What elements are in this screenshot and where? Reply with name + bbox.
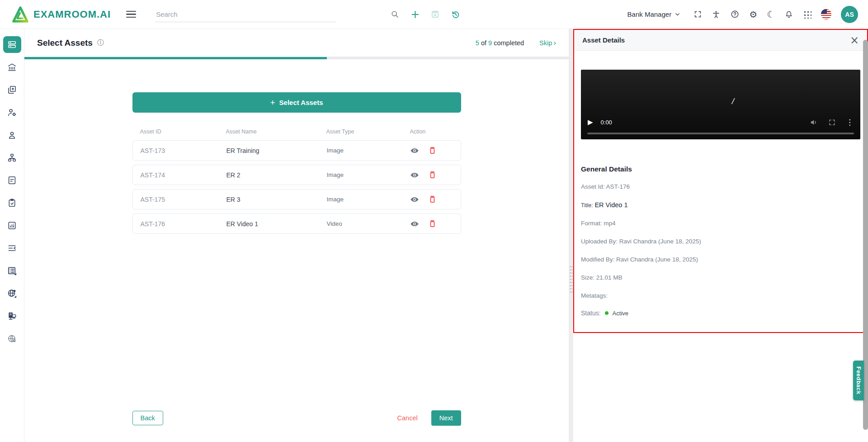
language-flag-us-icon[interactable]	[821, 9, 831, 19]
detail-title: Title: ER Video 1	[581, 200, 860, 210]
table-row: AST-175 ER 3 Image	[132, 189, 461, 209]
preview-eye-icon[interactable]	[410, 146, 420, 156]
asset-details-body: / ▶ 0:00 ⋮ General Details	[574, 51, 867, 326]
brand-name: EXAMROOM.AI	[33, 9, 111, 20]
brand-logo[interactable]: EXAMROOM.AI	[12, 6, 111, 23]
video-fullscreen-icon[interactable]	[828, 119, 836, 126]
video-frame-glyph: /	[732, 96, 734, 106]
settings-gear-icon[interactable]: ⚙	[749, 9, 757, 20]
wizard-footer: Back Cancel Next	[132, 410, 461, 442]
feedback-tab[interactable]: Feedback	[853, 361, 864, 400]
skip-button[interactable]: Skip›	[539, 39, 556, 47]
asset-type: Image	[327, 196, 410, 203]
delete-trash-icon[interactable]	[428, 146, 437, 155]
chevron-down-icon	[675, 11, 680, 17]
search-icon[interactable]	[390, 10, 400, 19]
asset-name: ER 2	[226, 171, 327, 179]
sidebar-item-list-collapse[interactable]	[3, 240, 21, 257]
col-asset-type: Asset Type	[326, 128, 410, 135]
search-input[interactable]	[155, 7, 336, 22]
dark-mode-moon-icon[interactable]: ☾	[767, 9, 775, 20]
sidebar-item-user[interactable]	[3, 127, 21, 143]
content-area: + Select Assets Asset ID Asset Name Asse…	[24, 59, 569, 442]
navbar-right: Bank Manager ⚙ ☾ AS	[627, 6, 858, 23]
content-rows-icon	[7, 39, 17, 50]
table-header: Asset ID Asset Name Asset Type Action	[132, 128, 461, 135]
asset-id: AST-174	[141, 171, 226, 179]
global-search	[155, 7, 336, 22]
top-navbar: EXAMROOM.AI + Bank Manager	[0, 0, 868, 29]
chevron-right-icon: ›	[553, 39, 556, 47]
bank-institution-icon	[7, 62, 17, 72]
preview-eye-icon[interactable]	[410, 170, 420, 180]
volume-icon[interactable]	[810, 118, 818, 127]
plus-icon: +	[270, 98, 275, 108]
sidebar-item-server-network[interactable]	[3, 308, 21, 324]
asset-type: Image	[327, 171, 410, 178]
left-sidebar	[0, 29, 24, 442]
save-icon[interactable]	[430, 10, 440, 19]
accessibility-icon[interactable]	[712, 10, 721, 19]
copy-add-icon	[7, 85, 17, 95]
detail-size: Size: 21.01 MB	[581, 273, 860, 282]
notifications-bell-icon[interactable]	[784, 10, 793, 19]
sidebar-item-list-export[interactable]	[3, 262, 21, 279]
list-collapse-icon	[7, 243, 17, 253]
user-settings-icon	[7, 107, 17, 118]
info-icon[interactable]: ⓘ	[97, 38, 104, 47]
back-button[interactable]: Back	[132, 411, 163, 425]
clipboard-check-icon	[7, 198, 17, 208]
asset-name: ER 3	[226, 196, 327, 203]
detail-uploaded-by: Uploaded By: Ravi Chandra (June 18, 2025…	[581, 237, 860, 246]
panel-resize-gutter	[569, 29, 573, 442]
video-seek-bar[interactable]	[587, 133, 854, 134]
sidebar-item-globe-settings[interactable]	[3, 330, 21, 347]
sidebar-item-hierarchy[interactable]	[3, 149, 21, 166]
avatar[interactable]: AS	[841, 6, 858, 23]
delete-trash-icon[interactable]	[428, 195, 437, 204]
sidebar-item-content-rows[interactable]	[3, 36, 21, 53]
video-menu-kebab-icon[interactable]: ⋮	[846, 118, 854, 127]
delete-trash-icon[interactable]	[428, 170, 437, 180]
hierarchy-icon	[7, 152, 17, 163]
page-title: Select Assets	[37, 38, 93, 48]
sidebar-item-copy-add[interactable]	[3, 81, 21, 98]
preview-eye-icon[interactable]	[410, 195, 420, 204]
sidebar-item-chart-report[interactable]	[3, 217, 21, 234]
table-row: AST-173 ER Training Image	[132, 140, 461, 161]
preview-eye-icon[interactable]	[410, 219, 420, 229]
col-action: Action	[410, 128, 453, 135]
history-icon[interactable]	[451, 10, 461, 19]
fullscreen-icon[interactable]	[693, 10, 702, 19]
page-header: Select Assets ⓘ 5 of 9 completed Skip›	[24, 29, 569, 57]
video-time: 0:00	[601, 119, 612, 126]
help-icon[interactable]	[730, 10, 740, 19]
sidebar-item-clipboard-check[interactable]	[3, 195, 21, 211]
status-active-dot	[605, 311, 609, 315]
select-assets-button[interactable]: + Select Assets	[132, 92, 461, 113]
detail-metatags: Metatags:	[581, 291, 860, 300]
video-player[interactable]: / ▶ 0:00 ⋮	[581, 70, 860, 139]
detail-format: Format: mp4	[581, 219, 860, 228]
app-root: EXAMROOM.AI + Bank Manager	[0, 0, 868, 442]
play-icon[interactable]: ▶	[588, 118, 593, 126]
right-panel-column: Asset Details × / ▶ 0:00 ⋮	[573, 29, 868, 442]
document-icon	[7, 175, 17, 185]
delete-trash-icon[interactable]	[428, 219, 437, 228]
detail-modified-by: Modified By: Ravi Chandra (June 18, 2025…	[581, 255, 860, 264]
plus-icon[interactable]: +	[410, 8, 420, 21]
sidebar-item-bank[interactable]	[3, 59, 21, 76]
drag-handle[interactable]	[569, 265, 573, 294]
apps-grid-icon[interactable]	[803, 10, 811, 19]
sidebar-item-document[interactable]	[3, 172, 21, 189]
chart-report-icon	[7, 220, 17, 231]
detail-asset-id: Asset Id: AST-176	[581, 182, 860, 191]
role-selector[interactable]: Bank Manager	[627, 10, 681, 18]
close-icon[interactable]: ×	[850, 35, 859, 46]
cancel-button[interactable]: Cancel	[397, 414, 418, 422]
sidebar-item-globe-export[interactable]	[3, 285, 21, 302]
next-button[interactable]: Next	[431, 410, 461, 426]
sidebar-item-user-settings[interactable]	[3, 104, 21, 121]
hamburger-menu-icon[interactable]	[126, 11, 136, 18]
asset-id: AST-176	[141, 220, 226, 228]
